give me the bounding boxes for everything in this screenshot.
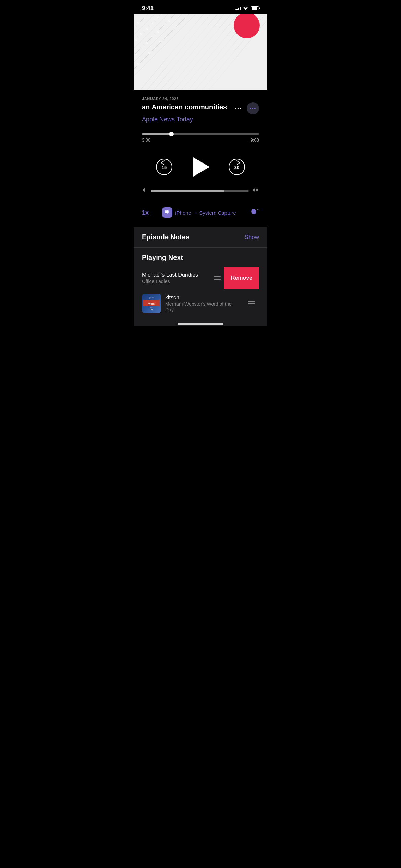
speed-button[interactable]: 1x (142, 209, 149, 216)
svg-text:30: 30 (234, 165, 239, 170)
volume-low-icon (142, 187, 147, 194)
queue-item: Michael's Last Dundies Office Ladies Rem… (142, 267, 259, 289)
time-elapsed: 3:00 (142, 137, 150, 143)
status-time: 9:41 (142, 5, 154, 12)
episode-title-row: an American communities Deadl ••• (142, 103, 259, 114)
playback-controls: 15 30 (134, 148, 267, 187)
progress-container[interactable] (134, 133, 267, 135)
queue-item-title-2: kitsch (165, 294, 240, 301)
podcast-artwork (134, 14, 267, 90)
extras-row: 1x iPhone → System Capture zz (134, 203, 267, 227)
show-notes-button[interactable]: Show (244, 234, 259, 241)
playing-next-section: Playing Next Michael's Last Dundies Offi… (134, 247, 267, 321)
status-icons (235, 5, 259, 11)
episode-notes-section: Episode Notes Show (134, 227, 267, 247)
player-info: JANUARY 24, 2023 an American communities… (134, 90, 267, 133)
signal-bars-icon (235, 6, 241, 10)
skip-forward-button[interactable]: 30 (227, 157, 246, 177)
output-label: iPhone → System Capture (175, 210, 236, 216)
episode-title: an American communities Deadl (142, 103, 243, 111)
time-remaining: −9:03 (248, 137, 259, 143)
status-bar: 9:41 (134, 0, 267, 14)
reorder-button-2[interactable] (244, 299, 259, 308)
speaker-icon (162, 207, 172, 218)
skip-back-button[interactable]: 15 (155, 157, 174, 177)
play-icon (193, 157, 210, 177)
progress-thumb (169, 132, 174, 136)
episode-date: JANUARY 24, 2023 (142, 97, 259, 101)
volume-control[interactable] (134, 187, 267, 203)
playing-next-title: Playing Next (142, 254, 259, 262)
queue-item-subtitle: Office Ladies (142, 279, 218, 284)
reorder-button[interactable] (210, 273, 225, 283)
svg-rect-26 (165, 210, 167, 213)
queue-item-info: kitsch Merriam-Webster's Word of the Day (165, 294, 240, 312)
queue-item-artwork: MerriamWebster Word of the Day (142, 294, 161, 313)
home-indicator (134, 321, 267, 326)
sleep-timer-button[interactable]: zz (250, 207, 259, 218)
play-button[interactable] (189, 155, 212, 179)
volume-track[interactable] (151, 190, 249, 192)
progress-bar-fill (142, 133, 171, 135)
artwork-lines-pattern (134, 14, 267, 90)
remove-button[interactable]: Remove (224, 267, 259, 289)
svg-text:zz: zz (257, 208, 259, 211)
battery-icon (251, 6, 259, 10)
podcast-name[interactable]: Apple News Today (142, 116, 259, 123)
svg-text:15: 15 (162, 165, 167, 170)
queue-item-with-artwork: MerriamWebster Word of the Day kitsch Me… (142, 290, 259, 316)
more-options-button[interactable]: ••• (247, 102, 259, 114)
ellipsis-icon: ••• (250, 106, 257, 111)
queue-item-subtitle-2: Merriam-Webster's Word of the Day (165, 301, 240, 312)
volume-high-icon (252, 187, 259, 194)
wifi-icon (243, 5, 248, 11)
home-bar (178, 323, 223, 325)
progress-times: 3:00 −9:03 (134, 137, 267, 143)
audio-output-button[interactable]: iPhone → System Capture (162, 207, 236, 218)
volume-fill (151, 190, 224, 192)
queue-item-title: Michael's Last Dundies (142, 272, 218, 278)
episode-notes-title: Episode Notes (142, 233, 190, 241)
progress-bar-track[interactable] (142, 133, 259, 135)
